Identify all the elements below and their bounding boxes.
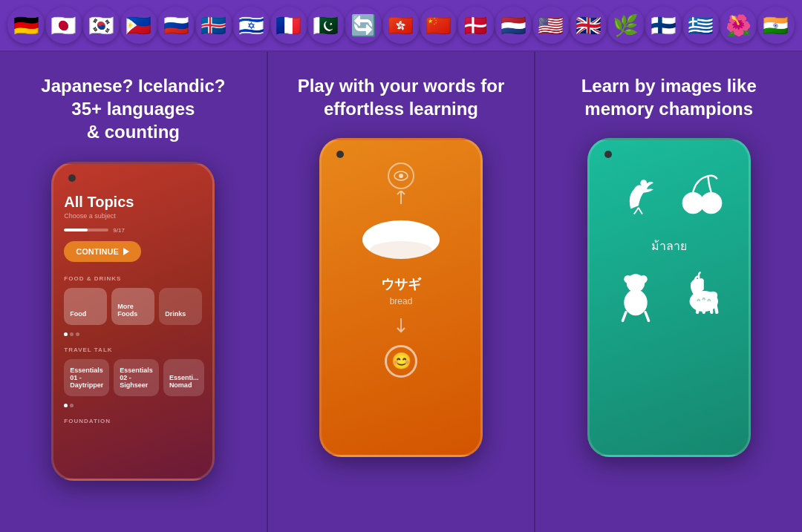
food-topic-cards: Food More Foods Drinks <box>64 288 202 325</box>
phone-mockup-3: ม้าลาย <box>587 138 751 457</box>
arrow-down-icon <box>397 318 405 333</box>
dot-2 <box>70 332 74 336</box>
animals-bottom-row <box>610 270 728 322</box>
flag-israel[interactable]: 🇮🇱 <box>232 7 270 44</box>
flag-french[interactable]: 🇫🇷 <box>270 7 307 44</box>
flag-philippine[interactable]: 🇵🇭 <box>120 7 157 44</box>
phone-mockup-2: ウサギ bread 😊 <box>319 138 483 457</box>
topic-card-more-foods[interactable]: More Foods <box>111 288 154 325</box>
travel-section-label: TRAVEL TALK <box>64 347 202 353</box>
panel2-heading: Play with your words for effortless lear… <box>283 74 520 120</box>
panel-play: Play with your words for effortless lear… <box>268 52 535 532</box>
svg-point-1 <box>399 174 403 178</box>
flag-greece[interactable]: 🇬🇷 <box>682 7 720 44</box>
cherries-icon <box>678 170 726 218</box>
topic-card-nomad[interactable]: Essenti... Nomad <box>163 359 205 396</box>
flag-china[interactable]: 🇨🇳 <box>420 7 457 44</box>
travel-section-dots <box>64 404 202 407</box>
svg-point-3 <box>370 241 432 259</box>
flag-india[interactable]: 🇮🇳 <box>757 7 795 44</box>
phone-mockup-1: All Topics Choose a subject 9/17 CONTINU… <box>51 162 215 481</box>
eye-svg <box>394 171 408 181</box>
progress-row: 9/17 <box>64 227 202 234</box>
zebra-icon <box>677 270 728 322</box>
arrow-up-container <box>397 194 405 203</box>
arrow-up-icon <box>397 191 405 206</box>
flag-hawaii[interactable]: 🌺 <box>720 7 757 44</box>
bread-illustration <box>360 217 442 265</box>
foundation-section-label: FOUNDATION <box>64 418 202 424</box>
play-arrow-icon <box>123 248 129 255</box>
svg-point-8 <box>624 275 632 283</box>
panel3-heading: Learn by images like memory champions <box>550 74 787 120</box>
continue-button[interactable]: CONTINUE <box>64 241 140 262</box>
phone-camera-1 <box>68 174 76 182</box>
topic-card-sightseer[interactable]: Essentials 02 - Sighseer <box>114 359 159 396</box>
bread-svg <box>360 217 442 262</box>
topic-card-drinks[interactable]: Drinks <box>159 288 202 325</box>
panel1-heading: Japanese? Icelandic? 35+ languages & cou… <box>41 74 225 144</box>
svg-line-14 <box>710 298 711 312</box>
progress-fill <box>64 229 88 231</box>
arrow-down-container <box>397 318 405 333</box>
dot-3 <box>76 332 79 336</box>
flag-bar: 🇩🇪 🇯🇵 🇰🇷 🇵🇭 🇷🇺 🇮🇸 🇮🇱 🇫🇷 🇵🇰 🔄 🇭🇰 🇨🇳 🇩🇰 🇳🇱… <box>0 0 802 52</box>
thai-word: ม้าลาย <box>651 237 687 255</box>
bear-icon <box>610 270 662 322</box>
svg-point-6 <box>700 192 722 214</box>
panels-container: Japanese? Icelandic? 35+ languages & cou… <box>0 52 802 532</box>
flag-hongkong[interactable]: 🇭🇰 <box>382 7 420 44</box>
flag-green[interactable]: 🌿 <box>607 7 645 44</box>
food-section-dots <box>64 332 202 336</box>
svg-point-4 <box>641 180 648 187</box>
flag-finland[interactable]: 🇫🇮 <box>645 7 682 44</box>
panel-languages: Japanese? Icelandic? 35+ languages & cou… <box>0 52 267 532</box>
travel-topic-cards: Essentials 01 - Daytripper Essentials 02… <box>64 359 202 396</box>
animals-top-row <box>611 170 726 222</box>
flag-korean[interactable]: 🇰🇷 <box>82 7 120 44</box>
topic-card-food[interactable]: Food <box>64 288 107 325</box>
english-translation: bread <box>390 296 413 306</box>
progress-text: 9/17 <box>113 227 125 234</box>
flag-icelandic[interactable]: 🇮🇸 <box>195 7 232 44</box>
flag-refresh[interactable]: 🔄 <box>345 7 382 44</box>
flag-denmark[interactable]: 🇩🇰 <box>457 7 495 44</box>
flag-pakistan[interactable]: 🇵🇰 <box>307 7 345 44</box>
flag-netherlands[interactable]: 🇳🇱 <box>495 7 532 44</box>
svg-point-10 <box>624 290 648 316</box>
bird-icon <box>611 170 663 222</box>
flag-uk[interactable]: 🇬🇧 <box>570 7 607 44</box>
japanese-word: ウサギ <box>381 275 421 293</box>
panel-images: Learn by images like memory champions <box>535 52 802 532</box>
progress-bar <box>64 229 108 231</box>
travel-dot-1 <box>64 404 68 407</box>
svg-point-9 <box>639 275 648 283</box>
dot-1 <box>64 332 68 336</box>
choose-subject-label: Choose a subject <box>64 212 202 220</box>
all-topics-title: All Topics <box>64 194 202 211</box>
flag-usa[interactable]: 🇺🇸 <box>532 7 570 44</box>
food-drinks-section-label: FOOD & DRINKS <box>64 275 202 282</box>
topic-card-daytripper[interactable]: Essentials 01 - Daytripper <box>64 359 109 396</box>
travel-dot-2 <box>70 404 74 407</box>
flag-russian[interactable]: 🇷🇺 <box>157 7 195 44</box>
flag-german[interactable]: 🇩🇪 <box>7 7 45 44</box>
face-icon: 😊 <box>385 345 417 378</box>
eye-icon <box>388 162 414 189</box>
flag-japanese[interactable]: 🇯🇵 <box>45 7 82 44</box>
